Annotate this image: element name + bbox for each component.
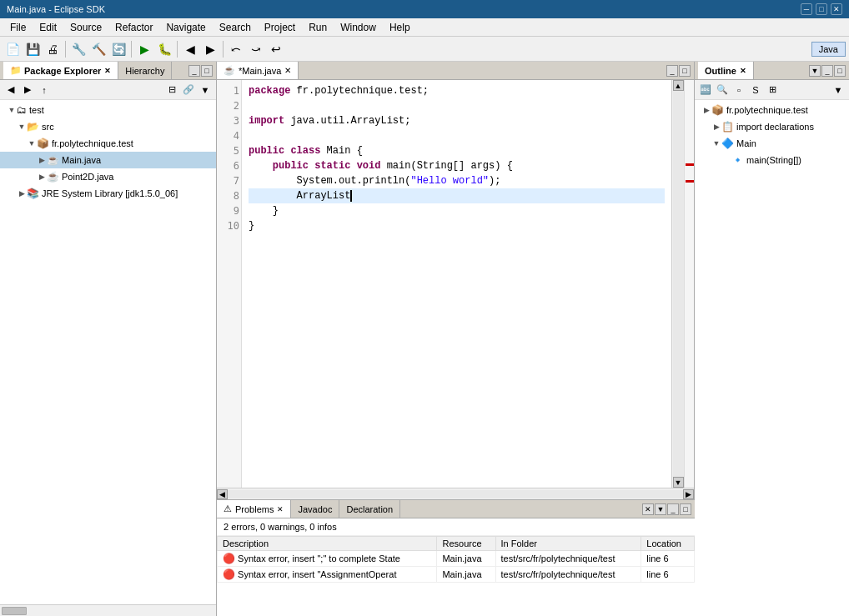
back-button[interactable]: ◀: [181, 40, 199, 58]
sync-button[interactable]: 🔄: [109, 40, 128, 58]
collapse-all-btn[interactable]: ⊟: [164, 83, 179, 98]
problems-tab-close[interactable]: ✕: [277, 505, 284, 513]
link-editor-btn[interactable]: 🔗: [181, 83, 196, 98]
editor-tab-close[interactable]: ✕: [284, 66, 291, 75]
tree-item-point2d-java[interactable]: ▶ ☕ Point2D.java: [0, 168, 216, 185]
tab-outline[interactable]: Outline ✕: [698, 62, 754, 79]
outline-filter-btn[interactable]: 🔍: [715, 83, 730, 98]
menu-edit[interactable]: Edit: [33, 20, 63, 35]
left-panel-hscrollbar[interactable]: [0, 604, 216, 616]
debug-button[interactable]: 🐛: [155, 40, 173, 58]
tab-javadoc[interactable]: Javadoc: [291, 500, 339, 518]
view-menu-btn[interactable]: ▼: [198, 83, 213, 98]
scroll-up-btn[interactable]: ▲: [673, 80, 684, 91]
outline-hide-static-btn[interactable]: S: [748, 83, 763, 98]
outline-item-imports[interactable]: ▶ 📋 import declarations: [695, 118, 849, 135]
outline-expand-main[interactable]: ▼: [711, 139, 721, 148]
tree-item-jre[interactable]: ▶ 📚 JRE System Library [jdk1.5.0_06]: [0, 185, 216, 202]
outline-item-main-class[interactable]: ▼ 🔷 Main: [695, 135, 849, 152]
new-button[interactable]: 📄: [3, 40, 22, 58]
outline-item-package[interactable]: ▶ 📦 fr.polytechnique.test: [695, 102, 849, 118]
expand-arrow-test[interactable]: ▼: [7, 106, 17, 114]
menu-run[interactable]: Run: [302, 20, 334, 35]
outline-maximize-btn[interactable]: □: [834, 65, 846, 77]
next-edit-button[interactable]: ⤻: [247, 40, 265, 58]
expand-arrow-src[interactable]: ▼: [17, 123, 27, 131]
outline-expand-btn[interactable]: ⊞: [765, 83, 780, 98]
minimize-button[interactable]: ─: [801, 3, 812, 15]
menu-help[interactable]: Help: [383, 20, 417, 35]
tab-declaration[interactable]: Declaration: [339, 500, 400, 518]
back-nav-btn[interactable]: ◀: [3, 83, 18, 98]
outline-item-main-method[interactable]: 🔹 main(String[]): [695, 152, 849, 168]
code-editor[interactable]: package fr.polytechnique.test; import ja…: [242, 80, 671, 488]
hscroll-right-btn[interactable]: ▶: [683, 489, 694, 499]
tab-main-java[interactable]: ☕ *Main.java ✕: [217, 62, 299, 79]
outline-menu-btn[interactable]: ▼: [809, 65, 821, 77]
close-button[interactable]: ✕: [831, 3, 842, 15]
hscroll-left-btn[interactable]: ◀: [217, 489, 228, 499]
tab-package-explorer[interactable]: 📁 Package Explorer ✕: [3, 62, 118, 79]
outline-sort-btn[interactable]: 🔤: [698, 83, 713, 98]
prev-edit-button[interactable]: ⤺: [227, 40, 245, 58]
menu-search[interactable]: Search: [213, 20, 258, 35]
build-button[interactable]: 🔨: [89, 40, 108, 58]
hscroll-thumb[interactable]: [2, 607, 27, 615]
tree-item-src[interactable]: ▼ 📂 src: [0, 118, 216, 135]
outline-expand-imports[interactable]: ▶: [711, 123, 721, 131]
problems-minimize-btn[interactable]: _: [667, 503, 679, 515]
tab-problems[interactable]: ⚠ Problems ✕: [217, 500, 291, 518]
expand-arrow-point2d[interactable]: ▶: [37, 173, 47, 181]
menu-navigate[interactable]: Navigate: [159, 20, 212, 35]
outline-close-icon[interactable]: ✕: [740, 67, 746, 75]
panel-maximize-btn[interactable]: □: [201, 65, 213, 77]
menu-source[interactable]: Source: [63, 20, 108, 35]
menu-refactor[interactable]: Refactor: [108, 20, 159, 35]
refactor-button[interactable]: 🔧: [69, 40, 88, 58]
outline-view-menu-btn[interactable]: ▼: [831, 83, 846, 98]
tab-close-icon[interactable]: ✕: [104, 67, 111, 75]
panel-minimize-btn[interactable]: _: [188, 65, 200, 77]
expand-arrow-jre[interactable]: ▶: [17, 189, 27, 198]
tree-item-main-java[interactable]: ▶ ☕ Main.java: [0, 152, 216, 168]
print-button[interactable]: 🖨: [43, 40, 62, 58]
save-button[interactable]: 💾: [23, 40, 42, 58]
tree-item-test[interactable]: ▼ 🗂 test: [0, 102, 216, 118]
forward-nav-btn[interactable]: ▶: [20, 83, 35, 98]
editor-minimize-btn[interactable]: _: [666, 65, 678, 77]
expand-arrow-pkg[interactable]: ▼: [27, 139, 37, 148]
outline-hide-fields-btn[interactable]: ▫: [731, 83, 746, 98]
outline-minimize-btn[interactable]: _: [821, 65, 833, 77]
outline-tree[interactable]: ▶ 📦 fr.polytechnique.test ▶ 📋 import dec…: [695, 100, 849, 616]
maximize-button[interactable]: □: [816, 3, 827, 15]
tree-item-package[interactable]: ▼ 📦 fr.polytechnique.test: [0, 135, 216, 152]
perspective-label[interactable]: Java: [811, 42, 846, 57]
last-edit-button[interactable]: ↩: [267, 40, 285, 58]
outline-expand-pkg[interactable]: ▶: [701, 106, 711, 114]
run-button[interactable]: ▶: [135, 40, 153, 58]
problem-row-2[interactable]: 🔴 Syntax error, insert "AssignmentOperat…: [218, 567, 695, 583]
problems-maximize-btn[interactable]: □: [680, 503, 691, 515]
tab-hierarchy[interactable]: Hierarchy: [118, 62, 172, 79]
problem-row-1[interactable]: 🔴 Syntax error, insert ";" to complete S…: [218, 551, 695, 567]
editor-content[interactable]: 1 2 3 4 5 6 7 8 9 10 package fr.polytech…: [217, 80, 694, 488]
javadoc-tab-label: Javadoc: [298, 504, 332, 514]
hscroll-track[interactable]: [228, 490, 683, 498]
up-nav-btn[interactable]: ↑: [37, 83, 52, 98]
editor-maximize-btn[interactable]: □: [679, 65, 691, 77]
editor-hscrollbar[interactable]: ◀ ▶: [217, 488, 694, 499]
editor-panel-controls: _ □: [666, 65, 694, 77]
sep4: [223, 41, 224, 58]
scroll-down-btn[interactable]: ▼: [673, 477, 684, 488]
scroll-track[interactable]: [673, 91, 684, 477]
tree-content[interactable]: ▼ 🗂 test ▼ 📂 src ▼ 📦 fr.polytechnique.te…: [0, 100, 216, 604]
problems-close-btn[interactable]: ✕: [642, 503, 654, 515]
expand-arrow-main[interactable]: ▶: [37, 156, 47, 164]
menu-project[interactable]: Project: [258, 20, 302, 35]
window-titlebar: Main.java - Eclipse SDK ─ □ ✕: [0, 0, 849, 18]
forward-button[interactable]: ▶: [201, 40, 219, 58]
menu-file[interactable]: File: [3, 20, 33, 35]
problems-menu-btn[interactable]: ▼: [655, 503, 666, 515]
menu-window[interactable]: Window: [334, 20, 383, 35]
editor-vscrollbar[interactable]: ▲ ▼: [671, 80, 684, 488]
